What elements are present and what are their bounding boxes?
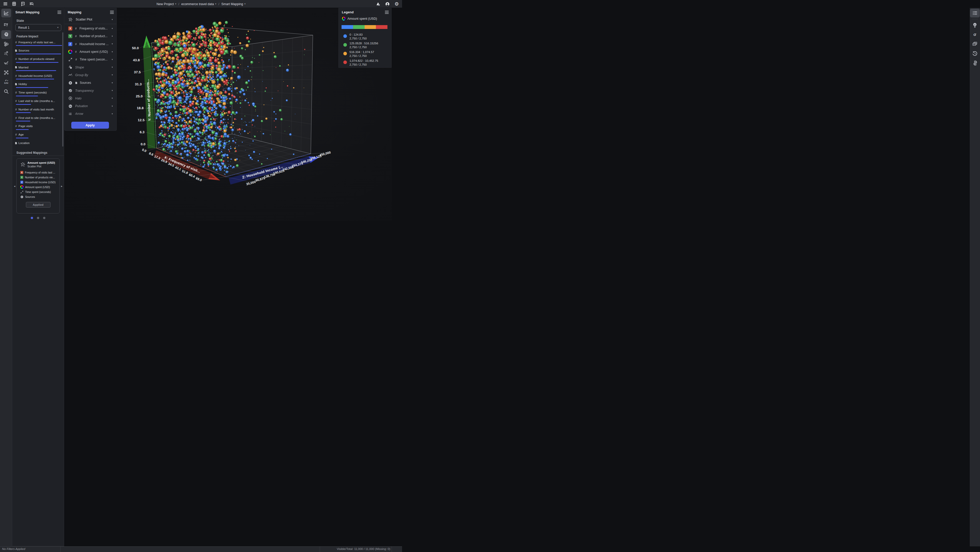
carousel-dot[interactable] [37,217,39,219]
suggested-row-label: Number of products vie... [25,176,55,179]
feature-impact-bar [16,112,31,113]
menu-icon[interactable] [2,0,9,7]
legend-item[interactable]: 1,074.822 : 10,452.75 2,750 / 2,750 [339,59,391,67]
state-select[interactable]: Result 1 ▾ [15,24,61,31]
legend-item[interactable]: 0 : 124.83 2,750 / 2,750 [339,33,391,41]
mapping-row-label: Group By [75,73,110,77]
applied-button[interactable]: Applied [26,202,51,208]
clustering-icon [3,41,9,47]
feature-impact-item[interactable]: # Time spent (seconds) [12,91,62,99]
smart-mapping-menu-icon[interactable] [57,11,61,14]
rail-item-search[interactable] [1,87,11,96]
carousel-prev-icon[interactable]: ◂ [14,184,15,188]
chevron-down-icon: ▾ [111,82,113,84]
mapping-row-pulsation[interactable]: Pulsation ▾ [65,102,116,110]
legend-menu-icon[interactable] [385,11,389,14]
apply-button[interactable]: Apply [71,122,109,128]
shapes-logo-icon[interactable] [374,1,382,8]
annotations-icon[interactable] [19,0,27,7]
mapping-row-playback[interactable]: A Sources ▾ [65,79,116,87]
carousel-dot[interactable] [43,217,45,219]
rail-item-plot-chart[interactable] [1,9,11,17]
feature-impact-item[interactable]: A Hobby [12,82,62,91]
mapping-row-size[interactable]: # Time spent (secon... ▾ [65,56,116,63]
carousel-dot[interactable] [31,217,33,219]
mapping-row-y[interactable]: Y# Number of product... ▾ [65,32,116,40]
mapping-panel: Mapping Scatter Plot ▾ X# Frequency of v… [64,8,117,131]
suggested-mapping-card[interactable]: Amount spent (USD) Scatter Plot X Freque… [16,159,60,214]
mapping-row-x[interactable]: X# Frequency of visits... ▾ [65,25,116,32]
mapping-row-color[interactable]: # Amount spent (USD) ▾ [65,48,116,56]
y-axis-icon: Y [20,176,23,179]
legend-count: 2,750 / 2,750 [350,37,367,40]
x-axis-icon: X [68,26,72,30]
feature-impact-item[interactable]: # Age [12,133,62,141]
rail-item-filters[interactable] [1,21,11,30]
left-toolbar-rail: XAI [0,8,12,227]
feature-impact-item[interactable]: # Number of visits last month [12,107,62,116]
feature-impact-item[interactable]: # Number of products viewed [12,57,62,66]
feature-impact-item[interactable]: A Location [12,141,62,150]
feature-impact-bar [16,62,59,63]
breadcrumb-item[interactable]: ecommerce travel data▾ [181,2,216,6]
numeric-icon: # [74,58,78,61]
suggested-card-row: X Frequency of visits last ... [19,170,57,175]
account-icon[interactable] [383,1,391,8]
x-axis-icon: X [20,171,23,174]
numeric-icon: # [14,125,18,128]
mapping-row-label: Sources [80,81,110,84]
mapping-menu-icon[interactable] [110,11,114,14]
network-graph-icon [3,70,9,75]
mapping-row-groupby[interactable]: Group By ▾ [65,71,116,79]
feature-impact-item[interactable]: A Married [12,65,62,74]
chevron-down-icon: ▾ [111,113,113,115]
rail-item-anomaly-detection[interactable] [1,49,11,58]
legend-color-segment [376,25,387,29]
state-label: State [16,19,24,22]
feature-impact-item[interactable]: # Page visits [12,124,62,133]
feature-impact-item[interactable]: # Last visit to site (months a... [12,99,62,108]
feature-impact-item[interactable]: # Frequency of visits last we... [12,40,62,49]
carousel-next-icon[interactable]: ▸ [61,184,62,188]
feature-impact-item[interactable]: A Sources [12,49,62,57]
numeric-icon: # [14,91,18,94]
anomaly-detection-icon [3,51,9,56]
mapping-row-halo[interactable]: Halo ▾ [65,95,116,102]
size-icon [68,57,73,62]
data-table-icon[interactable] [10,0,18,7]
feature-impact-bar [16,121,30,122]
rail-item-pca-scatter[interactable] [1,59,11,67]
legend-count: 2,750 / 2,750 [350,46,367,49]
rail-item-smart-mapping-brain[interactable] [1,30,11,39]
categorical-icon: A [14,49,18,52]
feature-impact-item[interactable]: # Household Income (USD) [12,74,62,82]
numeric-icon: # [74,43,78,46]
mapping-row-arrow[interactable]: Arrow ▾ [65,110,116,117]
arrow-icon [68,112,73,116]
settings-gear-icon[interactable]: ⚙ [393,1,401,8]
mapping-row-z[interactable]: Z# Household Income ... ▾ [65,40,116,48]
rail-item-explainable-ai[interactable]: XAI [1,78,11,86]
mapping-row-shape[interactable]: Shape ▾ [65,63,116,71]
legend-range: 125.0528 : 516.15256 [350,42,378,45]
legend-item[interactable]: 516.334 : 1,074.57 2,750 / 2,750 [339,50,391,59]
breadcrumb-item[interactable]: New Project▾ [157,2,177,6]
rail-item-network-graph[interactable] [1,68,11,77]
explainable-ai-icon: XAI [3,79,9,85]
numeric-icon: # [14,100,18,103]
mapping-row-label: Halo [75,97,110,100]
search-data-icon[interactable] [28,0,35,7]
legend-feature-name: Amount spent (USD) [347,17,377,21]
top-bar-left-tools [0,0,35,7]
breadcrumb-item[interactable]: Smart Mapping▾ [221,2,245,6]
plot-type-select[interactable]: Scatter Plot ▾ [65,16,116,23]
scatter-plot-icon [68,17,73,22]
legend-dot-icon [343,52,347,56]
feature-impact-item[interactable]: # First visit to site (months a... [12,116,62,124]
rail-item-clustering[interactable] [1,40,11,48]
mapping-row-label: Number of product... [80,34,110,38]
legend-item[interactable]: 125.0528 : 516.15256 2,750 / 2,750 [339,41,391,50]
feature-impact-bar [16,104,31,105]
feature-list-scrollbar[interactable] [62,32,63,147]
mapping-row-transparency[interactable]: Transparency ▾ [65,87,116,94]
